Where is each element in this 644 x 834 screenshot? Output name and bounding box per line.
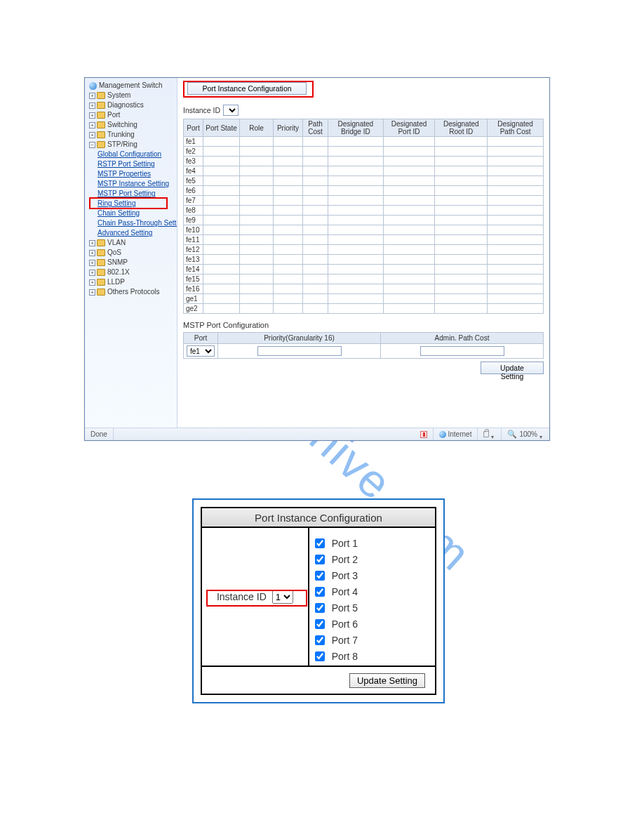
port-checkbox[interactable] [315,587,325,597]
table-header-row: Port Port State Role Priority Path Cost … [184,119,544,137]
tree-link-rstp-port[interactable]: RSTP Port Setting [86,159,175,169]
cell-empty [383,157,435,166]
tree-link-mstp-props[interactable]: MSTP Properties [86,169,175,179]
port-checkbox[interactable] [315,571,325,581]
tree-folder-vlan[interactable]: +VLAN [86,238,175,248]
col-root-id: Designated Root ID [435,119,488,137]
port-checkbox[interactable] [315,603,325,613]
cell-empty [328,157,384,166]
cell-empty [303,245,328,255]
folder-icon [97,269,105,276]
port-checkbox[interactable] [315,538,325,548]
tree-folder-stp[interactable]: −STP/Ring [86,140,175,150]
cell-empty [203,166,240,176]
table-row: fe12 [184,245,544,255]
tree-folder-switching[interactable]: +Switching [86,120,175,130]
port-checkbox[interactable] [315,635,325,645]
table-row: fe10 [184,225,544,235]
tree-folder-qos[interactable]: +QoS [86,248,175,258]
cell-empty [203,176,240,186]
cell-empty [488,186,544,196]
conf-port-select[interactable]: fe1 [187,345,215,357]
tree-link[interactable]: Global Configuration [98,150,161,159]
tree-link-chain[interactable]: Chain Setting [86,208,175,218]
status-zoom[interactable]: 🔍100% [502,428,549,440]
tree-link[interactable]: Ring Setting [98,199,135,208]
port-checkbox-row: Port 2 [315,551,429,567]
cell-empty [488,245,544,255]
col-role: Role [240,119,274,137]
cell-empty [274,186,303,196]
cell-empty [240,235,274,245]
cell-port: fe15 [184,274,203,284]
globe-icon [439,431,446,438]
folder-icon [97,279,105,286]
tree-link[interactable]: RSTP Port Setting [98,159,155,169]
cell-empty [383,137,435,147]
tree-link-mstp-instance[interactable]: MSTP Instance Setting [86,179,175,189]
port-checkbox[interactable] [315,651,325,661]
cell-empty [383,265,435,274]
update-setting-button[interactable]: Update Setting [481,362,544,374]
port-checkbox[interactable] [315,619,325,629]
tree-link[interactable]: Advanced Setting [98,228,152,238]
cell-empty [383,206,435,216]
table-row: fe15 [184,274,544,284]
cell-empty [240,245,274,255]
cell-empty [435,265,488,274]
table-row: ge2 [184,304,544,314]
tree-link-ring[interactable]: Ring Setting [86,199,175,208]
cell-empty [303,255,328,265]
cell-empty [240,147,274,157]
cell-empty [328,196,384,206]
shield-icon [420,431,427,438]
col-bridge-id: Designated Bridge ID [328,119,384,137]
table-row: fe2 [184,147,544,157]
port-instance-config-button[interactable]: Port Instance Configuration [187,82,307,95]
cell-empty [274,255,303,265]
cell-empty [383,186,435,196]
tree-link[interactable]: MSTP Instance Setting [98,179,169,189]
tree-link[interactable]: MSTP Port Setting [98,189,156,199]
tree-folder-system[interactable]: +System [86,91,175,100]
tree-folder-8021x[interactable]: +802.1X [86,267,175,277]
col-port-id: Designated Port ID [383,119,435,137]
cell-empty [328,235,384,245]
tree-link[interactable]: Chain Setting [98,208,140,218]
cell-empty [303,157,328,166]
cell-port: fe1 [184,137,203,147]
tree-link-chain-pass[interactable]: Chain Pass-Through Setting [86,218,175,228]
tree-folder-others[interactable]: +Others Protocols [86,287,175,297]
tree-folder-snmp[interactable]: +SNMP [86,258,175,267]
conf-pathcost-input[interactable] [420,346,504,356]
cell-empty [303,166,328,176]
main-screenshot-window: Management Switch +System +Diagnostics +… [84,77,550,441]
tree-link-global-config[interactable]: Global Configuration [86,150,175,159]
cell-empty [488,137,544,147]
port-checkbox[interactable] [315,555,325,564]
instance-id-select[interactable] [223,105,239,116]
cell-empty [435,274,488,284]
expand-icon: + [89,260,95,266]
cell-empty [303,186,328,196]
folder-icon [97,259,105,266]
cell-empty [328,284,384,294]
tree-folder-lldp[interactable]: +LLDP [86,277,175,287]
cell-empty [303,265,328,274]
tree-root-item[interactable]: Management Switch [86,81,175,91]
status-done: Done [85,428,114,440]
update-setting-button[interactable]: Update Setting [349,673,425,688]
tree-folder-trunking[interactable]: +Trunking [86,130,175,140]
cell-empty [435,196,488,206]
cell-empty [203,137,240,147]
tree-link[interactable]: Chain Pass-Through Setting [98,218,177,228]
tree-link-advanced[interactable]: Advanced Setting [86,228,175,238]
folder-icon [97,141,105,148]
tree-folder-port[interactable]: +Port [86,110,175,120]
conf-priority-input[interactable] [257,346,342,356]
tree-link[interactable]: MSTP Properties [98,169,151,179]
tree-folder-diagnostics[interactable]: +Diagnostics [86,100,175,110]
cell-empty [203,255,240,265]
tree-link-mstp-port[interactable]: MSTP Port Setting [86,189,175,199]
instance-id-select[interactable]: 1 [272,590,293,604]
